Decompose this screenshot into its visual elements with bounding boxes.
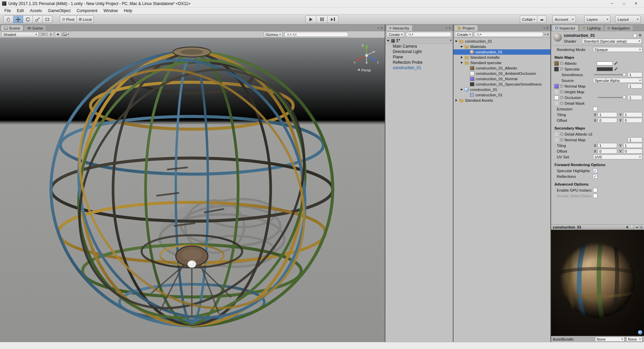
- texture-slot-icon[interactable]: [560, 85, 563, 88]
- project-item-standard metallic[interactable]: Standard metallic: [453, 55, 550, 60]
- normal-texture-thumbnail[interactable]: [554, 84, 559, 89]
- eyedropper-icon[interactable]: [614, 61, 618, 65]
- project-item-construction_01_ambientocclusion[interactable]: construction_01_AmbientOcclusion: [453, 71, 550, 76]
- tiling-y-field[interactable]: 1: [623, 112, 643, 117]
- albedo-texture-thumbnail[interactable]: [554, 61, 559, 66]
- specular-texture-thumbnail[interactable]: [554, 67, 559, 71]
- rect-tool-button[interactable]: [43, 15, 52, 23]
- double-sided-gi-checkbox[interactable]: [593, 194, 597, 198]
- minimize-button[interactable]: ─: [606, 0, 618, 7]
- gpu-instancing-checkbox[interactable]: [593, 188, 597, 192]
- expander-icon[interactable]: [460, 45, 463, 48]
- scene-effects-dropdown[interactable]: ▾: [62, 32, 69, 37]
- cloud-button[interactable]: ☁: [537, 15, 546, 23]
- preview-shape-icon[interactable]: [631, 226, 634, 229]
- specular-color-swatch[interactable]: [597, 67, 613, 71]
- project-search-input[interactable]: ▾: [474, 32, 543, 37]
- assetbundle-name-dropdown[interactable]: None ▾: [595, 337, 625, 342]
- tab-lighting[interactable]: ☀ Lighting: [579, 25, 604, 31]
- panel-lock-icon[interactable]: ▪: [544, 26, 545, 30]
- panel-lock-icon[interactable]: ▪: [446, 26, 447, 30]
- expander-icon[interactable]: [460, 56, 463, 59]
- slider-knob[interactable]: [623, 73, 626, 76]
- offset-y-field[interactable]: 0: [623, 149, 643, 154]
- expander-icon[interactable]: [455, 40, 458, 43]
- menu-component[interactable]: Component: [73, 7, 100, 14]
- scene-viewport[interactable]: y x z Persp: [0, 38, 385, 342]
- project-create-dropdown[interactable]: Create ▾: [455, 32, 473, 37]
- emission-checkbox[interactable]: [593, 107, 597, 111]
- hierarchy-search-input[interactable]: ▾: [406, 32, 451, 37]
- texture-slot-icon[interactable]: [560, 62, 563, 65]
- preview-options-icon[interactable]: ▪▪: [636, 226, 638, 229]
- panel-lock-icon[interactable]: ▪: [378, 26, 379, 30]
- reflections-checkbox[interactable]: ✓: [593, 174, 597, 179]
- hand-tool-button[interactable]: [3, 15, 13, 23]
- scale-tool-button[interactable]: [33, 15, 43, 23]
- scene-lighting-button[interactable]: [48, 32, 54, 37]
- scene-menu-icon[interactable]: ▾: [450, 39, 451, 42]
- hierarchy-item-construction_01[interactable]: construction_01: [385, 65, 453, 70]
- assetbundle-variant-dropdown[interactable]: None ▾: [626, 337, 642, 342]
- offset-x-field[interactable]: 0: [598, 118, 617, 123]
- pivot-toggle-button[interactable]: ⊙ Pivot: [60, 15, 77, 23]
- texture-slot-icon[interactable]: [560, 133, 563, 136]
- occlusion-texture-thumbnail[interactable]: [554, 95, 559, 100]
- tiling-x-field[interactable]: 1: [598, 112, 617, 117]
- project-item-construction_01[interactable]: construction_01: [453, 87, 550, 92]
- tab-hierarchy[interactable]: ≡ Hierarchy: [386, 25, 413, 31]
- tiling-y-field[interactable]: 1: [623, 143, 643, 148]
- texture-slot-icon[interactable]: [560, 138, 563, 141]
- tab-project[interactable]: Project: [454, 25, 478, 31]
- project-item-construction_01[interactable]: construction_01: [453, 39, 550, 44]
- source-dropdown[interactable]: Specular Alpha ▾: [593, 78, 642, 83]
- scene-render[interactable]: y x z Persp: [0, 38, 385, 342]
- search-by-type-icon[interactable]: ▪: [545, 33, 546, 36]
- scene-search-input[interactable]: ▾ All: [284, 32, 348, 37]
- menu-edit[interactable]: Edit: [14, 7, 27, 14]
- offset-x-field[interactable]: 0: [598, 149, 617, 154]
- expander-icon[interactable]: [460, 61, 463, 64]
- hierarchy-scene-row[interactable]: 1* ▾: [385, 38, 453, 44]
- texture-slot-icon[interactable]: [560, 102, 563, 105]
- gizmos-dropdown[interactable]: Gizmos ▾: [264, 32, 283, 37]
- account-dropdown[interactable]: Account ▾: [552, 15, 576, 23]
- secondary-normal-field[interactable]: 1: [628, 137, 642, 142]
- shader-dropdown[interactable]: Standard (Specular setup) ▾: [582, 39, 642, 44]
- project-item-construction_01[interactable]: construction_01: [453, 92, 550, 98]
- project-item-standard specular[interactable]: Standard specular: [453, 60, 550, 65]
- 2d-toggle-button[interactable]: 2D: [40, 32, 46, 37]
- eyedropper-icon[interactable]: [614, 67, 618, 71]
- hierarchy-item-directional-light[interactable]: Directional Light: [385, 49, 453, 54]
- empty-texture-slot[interactable]: [554, 138, 559, 142]
- tab-navigation[interactable]: Navigation: [604, 25, 633, 31]
- project-item-construction_01_normal[interactable]: construction_01_Normal: [453, 76, 550, 82]
- tab-game[interactable]: Game: [24, 25, 46, 31]
- local-toggle-button[interactable]: ⊞ Local: [77, 15, 94, 23]
- uv-set-dropdown[interactable]: UV0 ▾: [593, 154, 642, 159]
- occlusion-slider[interactable]: [598, 97, 625, 98]
- tab-inspector[interactable]: Inspector: [552, 25, 579, 31]
- project-item-construction_01_specularsmoothness[interactable]: construction_01_SpecularSmoothness: [453, 82, 550, 87]
- menu-assets[interactable]: Assets: [27, 7, 45, 14]
- project-item-construction_01_albedo[interactable]: construction_01_Albedo: [453, 65, 550, 71]
- panel-menu-icon[interactable]: ≡: [381, 26, 383, 30]
- close-button[interactable]: ✕: [630, 0, 642, 7]
- hierarchy-create-dropdown[interactable]: Create ▾: [387, 32, 405, 37]
- occlusion-field[interactable]: 1: [628, 95, 642, 100]
- pause-button[interactable]: [317, 15, 328, 23]
- texture-slot-icon[interactable]: [560, 96, 563, 99]
- slider-knob[interactable]: [623, 96, 626, 99]
- texture-slot-icon[interactable]: [560, 90, 563, 93]
- rendering-mode-dropdown[interactable]: Opaque ▾: [593, 47, 642, 52]
- step-button[interactable]: [328, 15, 339, 23]
- albedo-color-swatch[interactable]: [597, 61, 613, 65]
- preview-lighting-orb-icon[interactable]: [638, 330, 642, 335]
- draw-mode-dropdown[interactable]: Shaded ▾: [1, 32, 39, 37]
- play-button[interactable]: [306, 15, 317, 23]
- gear-icon[interactable]: ⚙: [638, 33, 642, 38]
- tiling-x-field[interactable]: 1: [598, 143, 617, 148]
- smoothness-slider[interactable]: [594, 74, 625, 75]
- hierarchy-item-reflection-probe[interactable]: Reflection Probe: [385, 60, 453, 65]
- project-item-construction_01[interactable]: construction_01: [453, 49, 550, 55]
